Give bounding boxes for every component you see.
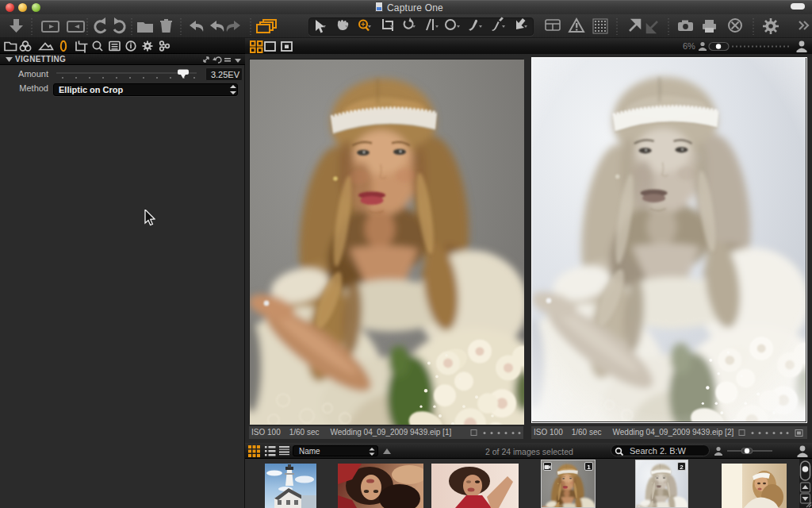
- svg-text:6%: 6%: [683, 41, 695, 51]
